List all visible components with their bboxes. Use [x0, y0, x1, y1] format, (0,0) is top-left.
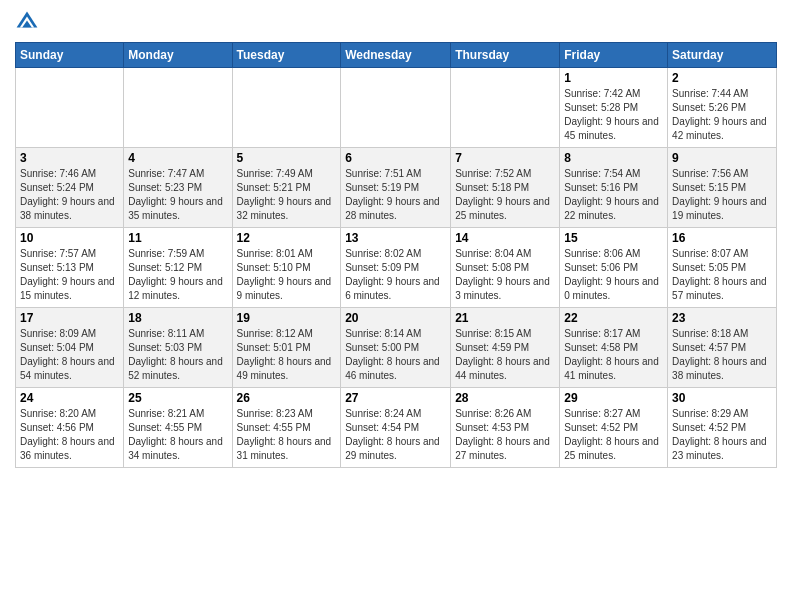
calendar: SundayMondayTuesdayWednesdayThursdayFrid… — [15, 42, 777, 468]
calendar-cell: 14Sunrise: 8:04 AM Sunset: 5:08 PM Dayli… — [451, 228, 560, 308]
calendar-cell: 13Sunrise: 8:02 AM Sunset: 5:09 PM Dayli… — [341, 228, 451, 308]
calendar-cell: 9Sunrise: 7:56 AM Sunset: 5:15 PM Daylig… — [668, 148, 777, 228]
calendar-cell: 1Sunrise: 7:42 AM Sunset: 5:28 PM Daylig… — [560, 68, 668, 148]
calendar-cell: 17Sunrise: 8:09 AM Sunset: 5:04 PM Dayli… — [16, 308, 124, 388]
calendar-cell: 21Sunrise: 8:15 AM Sunset: 4:59 PM Dayli… — [451, 308, 560, 388]
day-info: Sunrise: 7:59 AM Sunset: 5:12 PM Dayligh… — [128, 247, 227, 303]
calendar-week-1: 1Sunrise: 7:42 AM Sunset: 5:28 PM Daylig… — [16, 68, 777, 148]
day-number: 13 — [345, 231, 446, 245]
day-number: 14 — [455, 231, 555, 245]
day-number: 17 — [20, 311, 119, 325]
calendar-week-5: 24Sunrise: 8:20 AM Sunset: 4:56 PM Dayli… — [16, 388, 777, 468]
day-number: 30 — [672, 391, 772, 405]
calendar-cell: 24Sunrise: 8:20 AM Sunset: 4:56 PM Dayli… — [16, 388, 124, 468]
calendar-cell: 29Sunrise: 8:27 AM Sunset: 4:52 PM Dayli… — [560, 388, 668, 468]
day-number: 3 — [20, 151, 119, 165]
day-number: 23 — [672, 311, 772, 325]
logo — [15, 10, 43, 34]
calendar-cell: 28Sunrise: 8:26 AM Sunset: 4:53 PM Dayli… — [451, 388, 560, 468]
day-info: Sunrise: 8:14 AM Sunset: 5:00 PM Dayligh… — [345, 327, 446, 383]
day-info: Sunrise: 7:47 AM Sunset: 5:23 PM Dayligh… — [128, 167, 227, 223]
day-info: Sunrise: 7:52 AM Sunset: 5:18 PM Dayligh… — [455, 167, 555, 223]
calendar-cell: 10Sunrise: 7:57 AM Sunset: 5:13 PM Dayli… — [16, 228, 124, 308]
calendar-header-tuesday: Tuesday — [232, 43, 341, 68]
calendar-cell — [451, 68, 560, 148]
day-number: 9 — [672, 151, 772, 165]
day-info: Sunrise: 8:26 AM Sunset: 4:53 PM Dayligh… — [455, 407, 555, 463]
day-number: 21 — [455, 311, 555, 325]
day-info: Sunrise: 8:12 AM Sunset: 5:01 PM Dayligh… — [237, 327, 337, 383]
day-number: 6 — [345, 151, 446, 165]
day-info: Sunrise: 8:11 AM Sunset: 5:03 PM Dayligh… — [128, 327, 227, 383]
day-info: Sunrise: 8:01 AM Sunset: 5:10 PM Dayligh… — [237, 247, 337, 303]
day-number: 7 — [455, 151, 555, 165]
calendar-cell — [124, 68, 232, 148]
day-number: 11 — [128, 231, 227, 245]
day-info: Sunrise: 7:49 AM Sunset: 5:21 PM Dayligh… — [237, 167, 337, 223]
calendar-week-2: 3Sunrise: 7:46 AM Sunset: 5:24 PM Daylig… — [16, 148, 777, 228]
day-number: 5 — [237, 151, 337, 165]
calendar-header-row: SundayMondayTuesdayWednesdayThursdayFrid… — [16, 43, 777, 68]
calendar-cell: 8Sunrise: 7:54 AM Sunset: 5:16 PM Daylig… — [560, 148, 668, 228]
day-info: Sunrise: 8:21 AM Sunset: 4:55 PM Dayligh… — [128, 407, 227, 463]
calendar-cell: 5Sunrise: 7:49 AM Sunset: 5:21 PM Daylig… — [232, 148, 341, 228]
calendar-header-thursday: Thursday — [451, 43, 560, 68]
day-info: Sunrise: 8:06 AM Sunset: 5:06 PM Dayligh… — [564, 247, 663, 303]
day-number: 2 — [672, 71, 772, 85]
calendar-cell: 23Sunrise: 8:18 AM Sunset: 4:57 PM Dayli… — [668, 308, 777, 388]
day-number: 22 — [564, 311, 663, 325]
calendar-cell: 20Sunrise: 8:14 AM Sunset: 5:00 PM Dayli… — [341, 308, 451, 388]
day-info: Sunrise: 8:15 AM Sunset: 4:59 PM Dayligh… — [455, 327, 555, 383]
day-info: Sunrise: 8:09 AM Sunset: 5:04 PM Dayligh… — [20, 327, 119, 383]
calendar-header-friday: Friday — [560, 43, 668, 68]
day-number: 20 — [345, 311, 446, 325]
day-number: 15 — [564, 231, 663, 245]
day-number: 1 — [564, 71, 663, 85]
day-info: Sunrise: 8:27 AM Sunset: 4:52 PM Dayligh… — [564, 407, 663, 463]
page-container: SundayMondayTuesdayWednesdayThursdayFrid… — [0, 0, 792, 478]
calendar-cell: 22Sunrise: 8:17 AM Sunset: 4:58 PM Dayli… — [560, 308, 668, 388]
day-number: 25 — [128, 391, 227, 405]
day-number: 26 — [237, 391, 337, 405]
calendar-week-4: 17Sunrise: 8:09 AM Sunset: 5:04 PM Dayli… — [16, 308, 777, 388]
day-info: Sunrise: 7:54 AM Sunset: 5:16 PM Dayligh… — [564, 167, 663, 223]
day-number: 12 — [237, 231, 337, 245]
day-number: 27 — [345, 391, 446, 405]
calendar-cell — [341, 68, 451, 148]
calendar-cell: 11Sunrise: 7:59 AM Sunset: 5:12 PM Dayli… — [124, 228, 232, 308]
calendar-cell: 18Sunrise: 8:11 AM Sunset: 5:03 PM Dayli… — [124, 308, 232, 388]
calendar-cell: 2Sunrise: 7:44 AM Sunset: 5:26 PM Daylig… — [668, 68, 777, 148]
calendar-cell: 15Sunrise: 8:06 AM Sunset: 5:06 PM Dayli… — [560, 228, 668, 308]
day-info: Sunrise: 8:24 AM Sunset: 4:54 PM Dayligh… — [345, 407, 446, 463]
day-number: 16 — [672, 231, 772, 245]
calendar-cell: 27Sunrise: 8:24 AM Sunset: 4:54 PM Dayli… — [341, 388, 451, 468]
calendar-cell: 3Sunrise: 7:46 AM Sunset: 5:24 PM Daylig… — [16, 148, 124, 228]
day-info: Sunrise: 8:04 AM Sunset: 5:08 PM Dayligh… — [455, 247, 555, 303]
day-info: Sunrise: 8:07 AM Sunset: 5:05 PM Dayligh… — [672, 247, 772, 303]
calendar-header-saturday: Saturday — [668, 43, 777, 68]
calendar-cell: 12Sunrise: 8:01 AM Sunset: 5:10 PM Dayli… — [232, 228, 341, 308]
day-info: Sunrise: 7:46 AM Sunset: 5:24 PM Dayligh… — [20, 167, 119, 223]
day-number: 18 — [128, 311, 227, 325]
day-number: 8 — [564, 151, 663, 165]
calendar-week-3: 10Sunrise: 7:57 AM Sunset: 5:13 PM Dayli… — [16, 228, 777, 308]
calendar-cell: 16Sunrise: 8:07 AM Sunset: 5:05 PM Dayli… — [668, 228, 777, 308]
day-number: 24 — [20, 391, 119, 405]
day-info: Sunrise: 8:02 AM Sunset: 5:09 PM Dayligh… — [345, 247, 446, 303]
calendar-cell: 25Sunrise: 8:21 AM Sunset: 4:55 PM Dayli… — [124, 388, 232, 468]
calendar-cell: 4Sunrise: 7:47 AM Sunset: 5:23 PM Daylig… — [124, 148, 232, 228]
day-number: 28 — [455, 391, 555, 405]
calendar-cell: 19Sunrise: 8:12 AM Sunset: 5:01 PM Dayli… — [232, 308, 341, 388]
day-number: 10 — [20, 231, 119, 245]
calendar-cell: 26Sunrise: 8:23 AM Sunset: 4:55 PM Dayli… — [232, 388, 341, 468]
header — [15, 10, 777, 34]
calendar-cell: 30Sunrise: 8:29 AM Sunset: 4:52 PM Dayli… — [668, 388, 777, 468]
day-info: Sunrise: 8:20 AM Sunset: 4:56 PM Dayligh… — [20, 407, 119, 463]
calendar-cell — [232, 68, 341, 148]
day-number: 19 — [237, 311, 337, 325]
day-number: 4 — [128, 151, 227, 165]
day-info: Sunrise: 7:57 AM Sunset: 5:13 PM Dayligh… — [20, 247, 119, 303]
day-info: Sunrise: 7:51 AM Sunset: 5:19 PM Dayligh… — [345, 167, 446, 223]
day-info: Sunrise: 7:44 AM Sunset: 5:26 PM Dayligh… — [672, 87, 772, 143]
calendar-cell: 7Sunrise: 7:52 AM Sunset: 5:18 PM Daylig… — [451, 148, 560, 228]
